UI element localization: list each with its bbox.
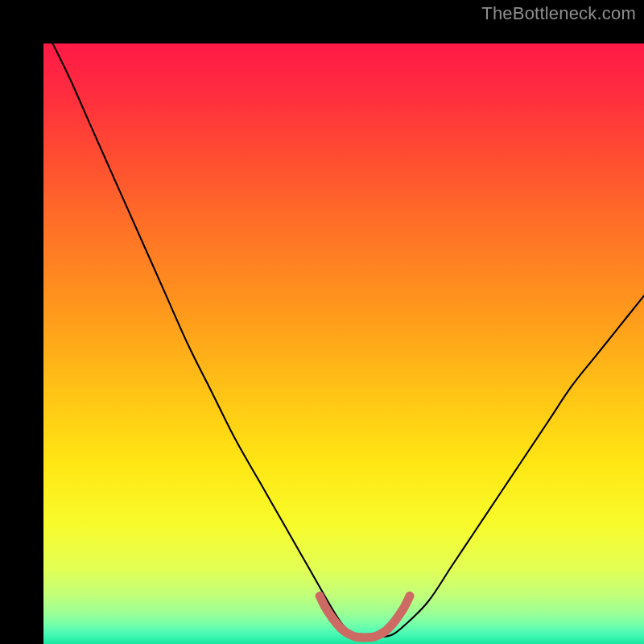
- bottleneck-chart: [43, 43, 644, 644]
- chart-frame: [0, 0, 644, 644]
- gradient-background: [43, 43, 644, 644]
- plot-area: [43, 43, 644, 644]
- watermark-label: TheBottleneck.com: [481, 3, 636, 24]
